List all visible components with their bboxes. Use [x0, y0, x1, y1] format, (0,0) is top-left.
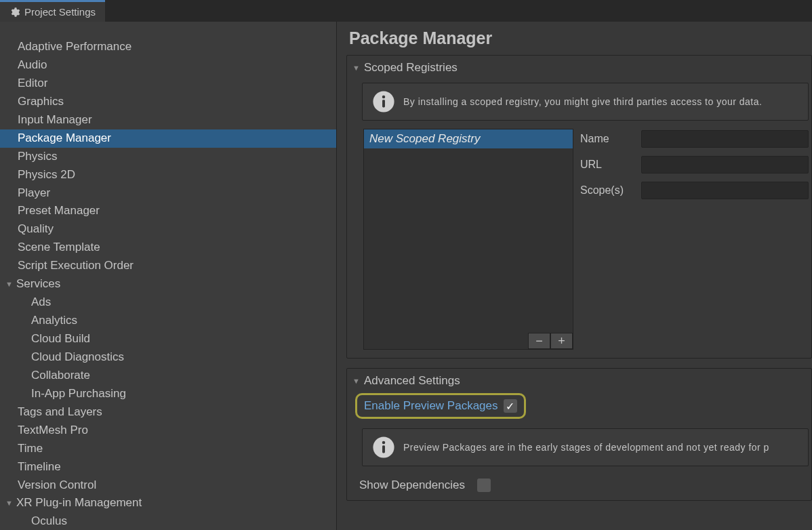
enable-preview-packages-checkbox[interactable]: ✓ [504, 399, 517, 413]
show-dependencies-label: Show Dependencies [359, 478, 465, 492]
sidebar-item-cloud-diagnostics[interactable]: Cloud Diagnostics [0, 348, 336, 367]
sidebar-item-physics[interactable]: Physics [0, 148, 336, 166]
advanced-settings-section: ▼ Advanced Settings Enable Preview Packa… [346, 368, 812, 501]
name-label: Name [580, 133, 636, 145]
registry-warning-text: By installing a scoped registry, you mig… [403, 96, 762, 107]
svg-point-4 [382, 441, 386, 445]
enable-preview-packages-label: Enable Preview Packages [364, 399, 498, 413]
show-dependencies-checkbox[interactable] [477, 478, 491, 492]
remove-registry-button[interactable]: − [528, 333, 550, 349]
sidebar-item-analytics[interactable]: Analytics [0, 312, 336, 330]
sidebar-item-cloud-build[interactable]: Cloud Build [0, 330, 336, 348]
sidebar-item-time[interactable]: Time [0, 440, 336, 458]
sidebar-item-ads[interactable]: Ads [0, 293, 336, 312]
tab-project-settings[interactable]: Project Settings [0, 0, 105, 22]
sidebar-item-graphics[interactable]: Graphics [0, 93, 336, 111]
enable-preview-packages-row: Enable Preview Packages ✓ [355, 393, 526, 419]
sidebar-item-input-manager[interactable]: Input Manager [0, 111, 336, 129]
chevron-down-icon: ▼ [5, 279, 14, 289]
registry-list: New Scoped Registry − + [363, 129, 573, 350]
sidebar-item-player[interactable]: Player [0, 184, 336, 203]
sidebar-item-quality[interactable]: Quality [0, 220, 336, 239]
advanced-settings-header[interactable]: ▼ Advanced Settings [350, 374, 809, 393]
scopes-label: Scope(s) [580, 184, 636, 197]
advanced-settings-header-label: Advanced Settings [364, 374, 460, 388]
url-label: URL [580, 159, 636, 171]
sidebar-item-timeline[interactable]: Timeline [0, 458, 336, 476]
sidebar-item-physics-2d[interactable]: Physics 2D [0, 166, 336, 184]
sidebar-group-label: XR Plug-in Management [16, 495, 142, 511]
sidebar-item-audio[interactable]: Audio [0, 56, 336, 75]
chevron-down-icon: ▼ [5, 498, 14, 508]
url-input[interactable] [641, 156, 809, 174]
sidebar-item-oculus[interactable]: Oculus [0, 512, 336, 530]
warning-icon [372, 436, 395, 459]
name-input[interactable] [641, 130, 809, 148]
sidebar-group-xr[interactable]: ▼XR Plug-in Management [0, 494, 336, 512]
chevron-down-icon: ▼ [352, 64, 360, 72]
sidebar-item-vcs[interactable]: Version Control [0, 476, 336, 495]
content-panel: Package Manager ▼ Scoped Registries By i… [337, 22, 812, 530]
page-title: Package Manager [346, 28, 812, 48]
sidebar-item-collaborate[interactable]: Collaborate [0, 367, 336, 385]
registry-list-item[interactable]: New Scoped Registry [364, 129, 573, 148]
svg-rect-5 [382, 445, 385, 453]
sidebar-item-adaptive-performance[interactable]: Adaptive Performance [0, 38, 336, 56]
scoped-registries-section: ▼ Scoped Registries By installing a scop… [346, 55, 812, 359]
scoped-registries-header[interactable]: ▼ Scoped Registries [350, 61, 809, 80]
preview-warning-box: Preview Packages are in the early stages… [362, 428, 809, 466]
warning-icon [372, 90, 395, 113]
svg-point-1 [382, 96, 386, 99]
sidebar-item-editor[interactable]: Editor [0, 75, 336, 93]
sidebar-item-tmp[interactable]: TextMesh Pro [0, 422, 336, 440]
registry-warning-box: By installing a scoped registry, you mig… [362, 83, 809, 121]
tab-bar: Project Settings [0, 0, 812, 22]
sidebar-item-tags-layers[interactable]: Tags and Layers [0, 403, 336, 422]
tab-title: Project Settings [24, 6, 96, 18]
sidebar-item-script-execution-order[interactable]: Script Execution Order [0, 257, 336, 275]
chevron-down-icon: ▼ [352, 377, 360, 385]
scopes-input[interactable] [641, 182, 809, 199]
sidebar-item-package-manager[interactable]: Package Manager [0, 129, 336, 148]
sidebar-group-services[interactable]: ▼Services [0, 275, 336, 293]
gear-icon [9, 7, 20, 18]
settings-sidebar: Adaptive PerformanceAudioEditorGraphicsI… [0, 22, 337, 530]
preview-warning-text: Preview Packages are in the early stages… [403, 442, 769, 453]
sidebar-item-scene-template[interactable]: Scene Template [0, 239, 336, 257]
add-registry-button[interactable]: + [550, 333, 573, 349]
sidebar-item-preset-manager[interactable]: Preset Manager [0, 202, 336, 220]
sidebar-item-iap[interactable]: In-App Purchasing [0, 385, 336, 403]
registry-form: Name URL Scope(s) [580, 129, 809, 350]
sidebar-group-label: Services [16, 277, 60, 292]
svg-rect-2 [382, 100, 385, 107]
scoped-registries-header-label: Scoped Registries [364, 61, 458, 75]
